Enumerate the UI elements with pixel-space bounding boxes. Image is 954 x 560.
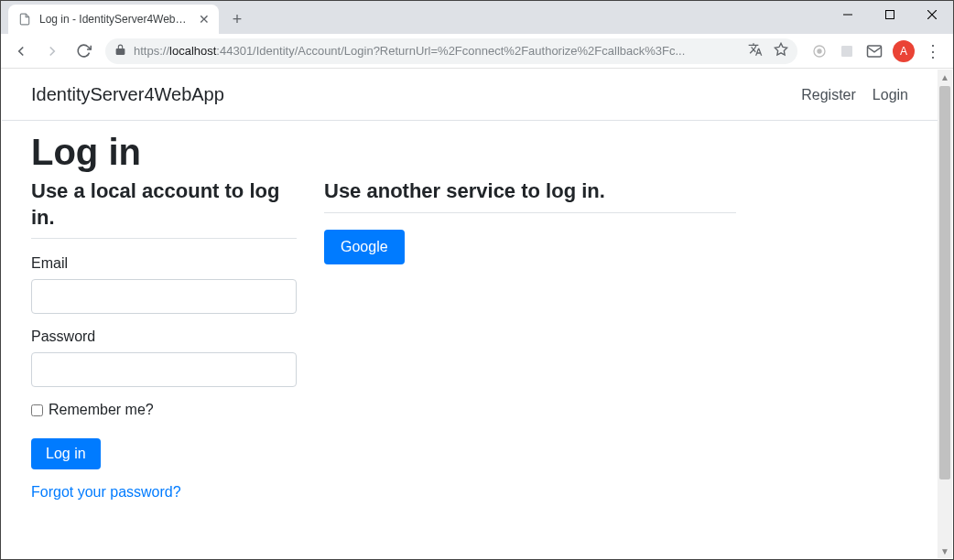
tab-title: Log in - IdentityServer4WebApp xyxy=(39,13,191,26)
login-link[interactable]: Login xyxy=(873,87,908,103)
minimize-button[interactable] xyxy=(827,1,869,28)
email-label: Email xyxy=(31,255,297,272)
email-field[interactable] xyxy=(31,279,297,314)
browser-tab[interactable]: Log in - IdentityServer4WebApp ✕ xyxy=(8,5,219,34)
profile-avatar[interactable]: A xyxy=(893,40,915,62)
register-link[interactable]: Register xyxy=(801,87,856,103)
star-icon[interactable] xyxy=(774,42,788,59)
browser-toolbar: https://localhost:44301/Identity/Account… xyxy=(1,34,953,69)
page-favicon-icon xyxy=(17,12,32,27)
browser-menu-button[interactable]: ⋮ xyxy=(920,38,946,64)
scroll-up-arrow[interactable]: ▲ xyxy=(938,70,952,84)
address-bar[interactable]: https://localhost:44301/Identity/Account… xyxy=(105,38,797,64)
svg-point-6 xyxy=(818,49,821,53)
forward-button[interactable] xyxy=(39,38,65,64)
browser-tab-strip: Log in - IdentityServer4WebApp ✕ + xyxy=(1,1,953,34)
page-content: IdentityServer4WebApp Register Login Log… xyxy=(2,70,938,558)
extension-icon-2[interactable] xyxy=(834,38,860,64)
reload-button[interactable] xyxy=(70,38,96,64)
google-login-button[interactable]: Google xyxy=(324,230,405,264)
local-account-heading: Use a local account to log in. xyxy=(31,178,297,231)
svg-marker-4 xyxy=(775,43,786,55)
login-button[interactable]: Log in xyxy=(31,438,101,469)
site-navbar: IdentityServer4WebApp Register Login xyxy=(2,70,938,121)
url-text: https://localhost:44301/Identity/Account… xyxy=(134,44,741,58)
svg-rect-1 xyxy=(886,11,894,19)
remember-me-label: Remember me? xyxy=(49,402,154,418)
divider xyxy=(324,212,736,213)
remember-me-checkbox[interactable] xyxy=(31,404,43,416)
close-tab-icon[interactable]: ✕ xyxy=(199,12,210,27)
back-button[interactable] xyxy=(8,38,34,64)
extension-icon-1[interactable] xyxy=(807,38,832,64)
external-login-heading: Use another service to log in. xyxy=(324,178,736,205)
gmail-icon[interactable] xyxy=(862,38,887,64)
password-field[interactable] xyxy=(31,352,297,387)
scroll-down-arrow[interactable]: ▼ xyxy=(938,544,952,558)
scroll-thumb[interactable] xyxy=(939,86,950,479)
vertical-scrollbar[interactable]: ▲ ▼ xyxy=(938,70,952,558)
divider xyxy=(31,238,297,239)
window-controls xyxy=(827,1,953,28)
close-window-button[interactable] xyxy=(911,1,953,28)
lock-icon xyxy=(114,44,126,59)
page-title: Log in xyxy=(31,132,908,173)
forgot-password-link[interactable]: Forgot your password? xyxy=(31,484,297,501)
svg-rect-7 xyxy=(841,46,852,57)
translate-icon[interactable] xyxy=(748,42,763,59)
brand-link[interactable]: IdentityServer4WebApp xyxy=(31,84,224,105)
password-label: Password xyxy=(31,328,297,345)
new-tab-button[interactable]: + xyxy=(224,6,250,32)
maximize-button[interactable] xyxy=(869,1,911,28)
